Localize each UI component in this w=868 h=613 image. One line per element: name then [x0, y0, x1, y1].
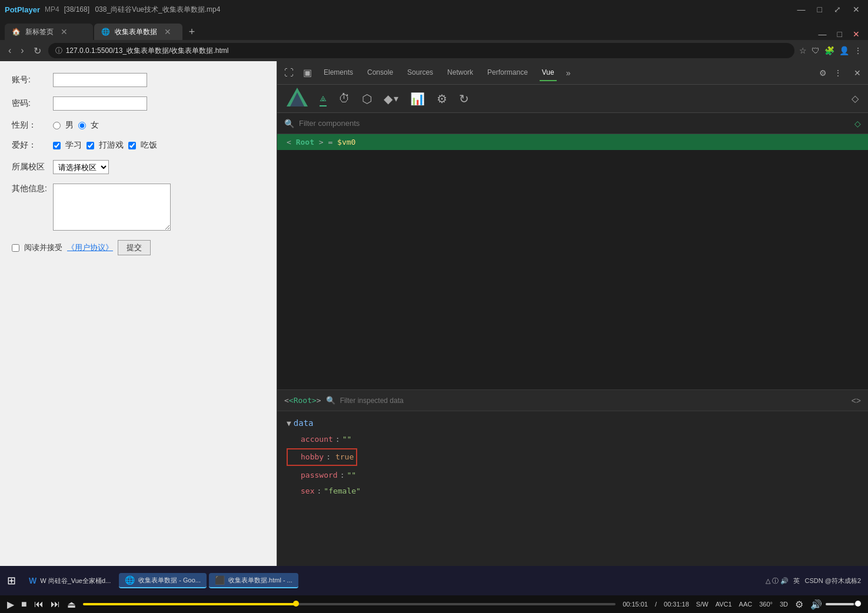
next-btn[interactable]: ⏭: [51, 599, 60, 609]
address-bar: ‹ › ↻ ⓘ 127.0.0.1:5500/13_收集表单数据/收集表单数据.…: [0, 40, 868, 61]
title-bar: PotPlayer MP4 [38/168] 038_尚硅谷Vue技术_收集表单…: [0, 0, 868, 19]
tab-sources[interactable]: Sources: [405, 65, 435, 81]
devtools-more-icon[interactable]: ⋮: [834, 68, 842, 78]
agreement-link[interactable]: 《用户协议》: [67, 242, 113, 253]
tab-close-2[interactable]: ✕: [164, 27, 171, 36]
other-label: 其他信息:: [12, 184, 47, 194]
tab-elements[interactable]: Elements: [321, 65, 355, 81]
devtools-screenshot-icon[interactable]: ▣: [303, 67, 312, 78]
component-tree: < Root > = $vm0: [277, 134, 868, 389]
vue-inspector: 🔍 ◇ < Root > = $vm0 <<Root: [277, 113, 868, 566]
hobby-game-label: 打游戏: [99, 140, 124, 151]
back-btn[interactable]: ‹: [6, 43, 14, 58]
input-lang: 英: [793, 577, 800, 585]
vue-right-icon[interactable]: ◇: [852, 93, 859, 104]
vm-ref: $vm0: [337, 138, 355, 146]
extensions-icon[interactable]: 🧩: [824, 46, 834, 55]
volume-icon[interactable]: 🔊: [810, 599, 822, 610]
tab-console[interactable]: Console: [365, 65, 395, 81]
colon-sex: :: [317, 484, 321, 498]
fullscreen-btn[interactable]: ⤢: [830, 4, 844, 15]
taskbar-word[interactable]: W W 尚硅谷_Vue全家桶d...: [23, 574, 117, 588]
media-settings-icon[interactable]: ⚙: [795, 599, 803, 610]
submit-button[interactable]: 提交: [118, 240, 151, 255]
other-row: 其他信息:: [12, 184, 265, 231]
media-controls: ▶ ■ ⏮ ⏭ ⏏ 00:15:01 / 00:31:18 S/W AVC1 A…: [0, 595, 868, 613]
colon-account: :: [335, 432, 340, 446]
devtools-close-icon[interactable]: ✕: [854, 68, 861, 78]
play-btn[interactable]: ▶: [7, 599, 14, 610]
component-root[interactable]: < Root > = $vm0: [277, 134, 868, 150]
potplayer-logo[interactable]: PotPlayer: [5, 5, 40, 14]
components-icon: ⟁: [320, 91, 327, 104]
tab-close-1[interactable]: ✕: [61, 27, 68, 36]
minimize-btn[interactable]: —: [794, 4, 809, 15]
tab-vue[interactable]: Vue: [540, 65, 557, 81]
media-separator: /: [655, 601, 657, 608]
browser-close[interactable]: ✕: [849, 28, 863, 40]
agreement-checkbox[interactable]: [12, 244, 19, 252]
data-item-hobby: hobby : true: [287, 448, 357, 465]
vue-tool-components[interactable]: ⟁: [320, 91, 327, 106]
prev-btn[interactable]: ⏮: [34, 599, 44, 609]
maximize-btn[interactable]: □: [814, 4, 826, 15]
filter-components-input[interactable]: [299, 119, 850, 128]
forward-btn[interactable]: ›: [18, 43, 26, 58]
filter-components-bar: 🔍 ◇: [277, 113, 868, 134]
reload-btn[interactable]: ↻: [31, 43, 44, 59]
devtools-settings-icon[interactable]: ⚙: [819, 68, 827, 78]
code-icon[interactable]: <>: [852, 396, 861, 405]
hobby-eat-checkbox[interactable]: [128, 142, 136, 149]
tab-performance[interactable]: Performance: [485, 65, 530, 81]
eject-btn[interactable]: ⏏: [67, 599, 76, 610]
gender-female-radio[interactable]: [78, 122, 86, 129]
media-progress-bar[interactable]: [83, 603, 616, 605]
browser-minimize[interactable]: —: [815, 28, 830, 40]
vue-tool-settings[interactable]: ⚙: [437, 92, 447, 106]
hobby-game-checkbox[interactable]: [87, 142, 94, 149]
vue-tool-router[interactable]: ◆ ▾: [384, 92, 398, 106]
account-label: 账号:: [12, 75, 47, 85]
tab-collectform[interactable]: 🌐 收集表单数据 ✕: [94, 24, 182, 40]
hobby-row: 爱好： 学习 打游戏 吃饭: [12, 140, 265, 151]
new-tab-btn[interactable]: +: [184, 24, 200, 40]
inspector-data: ▼ data account : "" hobby :: [277, 411, 868, 566]
gender-male-radio[interactable]: [53, 122, 61, 129]
stop-btn[interactable]: ■: [21, 599, 27, 609]
other-textarea[interactable]: [53, 184, 171, 231]
volume-bar[interactable]: [826, 603, 861, 605]
hobby-options: 学习 打游戏 吃饭: [53, 140, 157, 151]
account-input[interactable]: [53, 73, 147, 87]
filter-data-input[interactable]: [340, 397, 847, 405]
tab-network[interactable]: Network: [445, 65, 475, 81]
router-dropdown-icon[interactable]: ▾: [394, 93, 398, 104]
close-btn[interactable]: ✕: [849, 4, 863, 15]
profile-icon[interactable]: 👤: [839, 46, 849, 55]
tab-newtab[interactable]: 🏠 新标签页 ✕: [5, 24, 93, 40]
devtools-inspect-icon[interactable]: ⛶: [284, 68, 294, 78]
vue-tool-vuex[interactable]: ⬡: [362, 92, 372, 106]
school-select[interactable]: 请选择校区: [53, 160, 109, 174]
url-box[interactable]: ⓘ 127.0.0.1:5500/13_收集表单数据/收集表单数据.html: [48, 43, 794, 58]
title-bar-left: PotPlayer MP4 [38/168] 038_尚硅谷Vue技术_收集表单…: [5, 5, 220, 15]
media-3d: 3D: [780, 601, 788, 608]
devtools-panel: ⛶ ▣ Elements Console Sources Network Per…: [277, 61, 868, 566]
taskbar-vscode[interactable]: ⬛ 收集表单数据.html - ...: [209, 573, 298, 588]
data-section-header[interactable]: ▼ data: [287, 418, 859, 428]
vue-tool-performance[interactable]: 📊: [410, 92, 425, 106]
component-inspect-icon[interactable]: ◇: [854, 119, 861, 128]
vue-tool-refresh[interactable]: ↻: [459, 92, 469, 106]
taskbar-chrome[interactable]: 🌐 收集表单数据 - Goo...: [119, 573, 207, 588]
hobby-study-checkbox[interactable]: [53, 142, 61, 149]
title-fileinfo: [38/168] 038_尚硅谷Vue技术_收集表单数据.mp4: [64, 5, 221, 15]
gender-row: 性别： 男 女: [12, 120, 265, 131]
menu-icon[interactable]: ⋮: [854, 46, 862, 55]
section-name: data: [294, 418, 314, 428]
extension-icon[interactable]: 🛡: [812, 46, 820, 55]
vue-tool-timeline[interactable]: ⏱: [338, 92, 350, 105]
more-tabs-btn[interactable]: »: [566, 68, 571, 78]
browser-restore[interactable]: □: [834, 28, 846, 40]
start-button[interactable]: ⊞: [7, 574, 16, 587]
password-input[interactable]: [53, 96, 147, 111]
bookmark-icon[interactable]: ☆: [799, 46, 807, 55]
